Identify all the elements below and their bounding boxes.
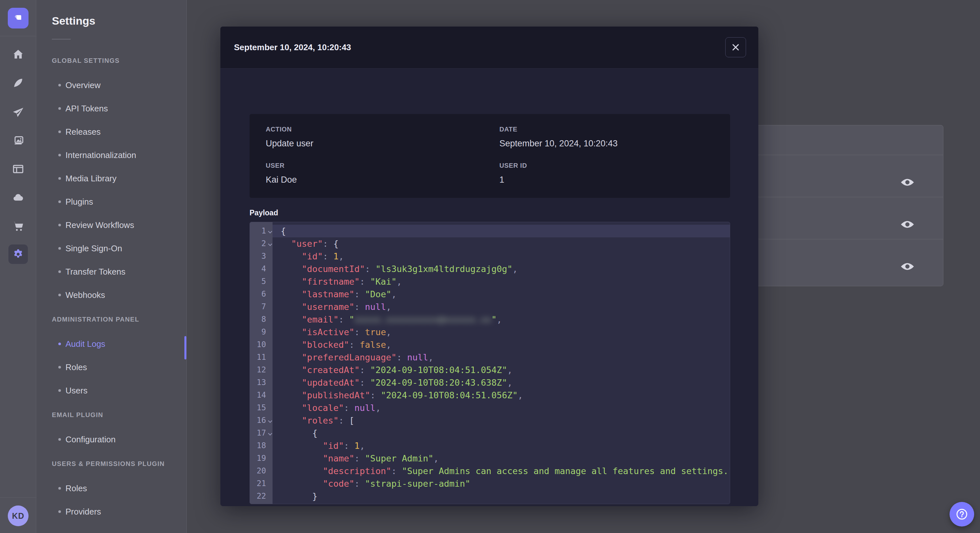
nav-section-label: GLOBAL SETTINGS <box>52 57 186 64</box>
code-text: "id": 1, <box>272 439 730 452</box>
code-text: } <box>272 490 730 503</box>
action-value: Update user <box>266 139 313 149</box>
code-line: 18 "id": 1, <box>250 439 730 452</box>
line-number: 8 <box>250 313 272 326</box>
paper-plane-icon[interactable] <box>0 106 36 119</box>
user-id-label: USER ID <box>500 162 527 169</box>
help-button[interactable] <box>950 502 974 527</box>
code-text: "roles": [ <box>272 414 730 427</box>
code-text: "documentId": "ls3uk3g1xm4ltdrdugzajg0g"… <box>272 263 730 275</box>
cart-icon[interactable] <box>0 219 36 232</box>
home-icon[interactable] <box>0 48 36 60</box>
code-line: 1{ <box>250 225 730 237</box>
sidebar-item-webhooks[interactable]: Webhooks <box>52 283 186 307</box>
line-number: 23 <box>250 503 272 504</box>
line-number: 7 <box>250 300 272 313</box>
media-library-icon[interactable] <box>0 135 36 147</box>
user-id-value: 1 <box>500 175 504 185</box>
nav-section-label: EMAIL PLUGIN <box>52 411 186 418</box>
sidebar-item-plugins[interactable]: Plugins <box>52 190 186 213</box>
code-line: 4 "documentId": "ls3uk3g1xm4ltdrdugzajg0… <box>250 263 730 275</box>
line-number: 13 <box>250 376 272 389</box>
line-number: 16 <box>250 414 272 427</box>
code-text: "preferedLanguage": null, <box>272 351 730 364</box>
code-text: "user": { <box>272 237 730 250</box>
sidebar-item-configuration[interactable]: Configuration <box>52 428 186 451</box>
code-line: 11 "preferedLanguage": null, <box>250 351 730 364</box>
modal-title: September 10, 2024, 10:20:43 <box>234 43 351 52</box>
cloud-icon[interactable] <box>0 191 36 204</box>
code-text: "createdAt": "2024-09-10T08:04:51.054Z", <box>272 364 730 376</box>
code-text: "name": "Super Admin", <box>272 452 730 465</box>
fold-chevron-icon[interactable] <box>268 431 272 436</box>
code-text: "locale": null, <box>272 401 730 414</box>
payload-label: Payload <box>250 209 278 217</box>
code-line: 9 "isActive": true, <box>250 326 730 338</box>
line-number: 22 <box>250 490 272 503</box>
settings-nav-title: Settings <box>52 14 186 27</box>
fold-chevron-icon[interactable] <box>268 419 272 423</box>
date-label: DATE <box>500 125 517 133</box>
fold-chevron-icon[interactable] <box>268 229 272 233</box>
date-value: September 10, 2024, 10:20:43 <box>500 139 618 149</box>
code-line: 19 "name": "Super Admin", <box>250 452 730 465</box>
sidebar-item-api-tokens[interactable]: API Tokens <box>52 97 186 120</box>
eye-icon[interactable] <box>900 177 915 187</box>
sidebar-item-roles[interactable]: Roles <box>52 477 186 500</box>
line-number: 15 <box>250 401 272 414</box>
line-number: 9 <box>250 326 272 338</box>
code-line: 22 } <box>250 490 730 503</box>
line-number: 3 <box>250 250 272 263</box>
layout-icon[interactable] <box>0 163 36 175</box>
code-text: ], <box>272 503 730 504</box>
eye-icon[interactable] <box>900 219 915 230</box>
user-avatar[interactable]: KD <box>8 506 29 526</box>
line-number: 21 <box>250 477 272 490</box>
sidebar-item-audit-logs[interactable]: Audit Logs <box>52 332 186 355</box>
email-redacted-blur: xxxxx.xxxxxxxxxx@xxxxxx.xx <box>355 314 492 324</box>
sidebar-divider <box>0 497 36 498</box>
code-text: "isActive": true, <box>272 326 730 338</box>
main-sidebar: KD <box>0 0 36 533</box>
strapi-logo[interactable] <box>8 8 29 29</box>
code-text: { <box>272 225 730 237</box>
sidebar-item-internationalization[interactable]: Internationalization <box>52 143 186 167</box>
code-line: 6 "lastname": "Doe", <box>250 288 730 300</box>
sidebar-item-overview[interactable]: Overview <box>52 73 186 97</box>
log-details-panel: ACTION Update user DATE September 10, 20… <box>250 114 730 198</box>
feather-icon[interactable] <box>0 77 36 89</box>
line-number: 20 <box>250 465 272 477</box>
settings-nav: Settings GLOBAL SETTINGSOverviewAPI Toke… <box>36 0 187 533</box>
settings-gear-icon[interactable] <box>8 244 28 264</box>
code-text: "publishedAt": "2024-09-10T08:04:51.056Z… <box>272 389 730 401</box>
code-line: 2 "user": { <box>250 237 730 250</box>
code-line: 12 "createdAt": "2024-09-10T08:04:51.054… <box>250 364 730 376</box>
code-line: 7 "username": null, <box>250 300 730 313</box>
user-value: Kai Doe <box>266 175 297 185</box>
nav-section-label: USERS & PERMISSIONS PLUGIN <box>52 460 186 467</box>
code-text: "code": "strapi-super-admin" <box>272 477 730 490</box>
line-number: 5 <box>250 275 272 288</box>
code-text: "description": "Super Admins can access … <box>272 465 730 477</box>
nav-scroll-indicator[interactable] <box>185 336 186 359</box>
sidebar-item-transfer-tokens[interactable]: Transfer Tokens <box>52 260 186 283</box>
code-line: 16 "roles": [ <box>250 414 730 427</box>
payload-code-editor[interactable]: 1{2 "user": {3 "id": 1,4 "documentId": "… <box>250 222 730 504</box>
sidebar-item-providers[interactable]: Providers <box>52 500 186 523</box>
nav-title-divider <box>52 39 71 40</box>
sidebar-item-users[interactable]: Users <box>52 379 186 402</box>
sidebar-item-releases[interactable]: Releases <box>52 120 186 143</box>
fold-chevron-icon[interactable] <box>268 242 272 246</box>
line-number: 17 <box>250 427 272 439</box>
code-text: "username": null, <box>272 300 730 313</box>
sidebar-item-roles[interactable]: Roles <box>52 355 186 379</box>
sidebar-item-single-sign-on[interactable]: Single Sign-On <box>52 237 186 260</box>
sidebar-item-media-library[interactable]: Media Library <box>52 167 186 190</box>
code-text: { <box>272 427 730 439</box>
eye-icon[interactable] <box>900 261 915 272</box>
code-text: "email": "xxxxx.xxxxxxxxxx@xxxxxx.xx", <box>272 313 730 326</box>
line-number: 14 <box>250 389 272 401</box>
close-icon[interactable] <box>725 37 746 57</box>
code-line: 8 "email": "xxxxx.xxxxxxxxxx@xxxxxx.xx", <box>250 313 730 326</box>
sidebar-item-review-workflows[interactable]: Review Workflows <box>52 213 186 237</box>
